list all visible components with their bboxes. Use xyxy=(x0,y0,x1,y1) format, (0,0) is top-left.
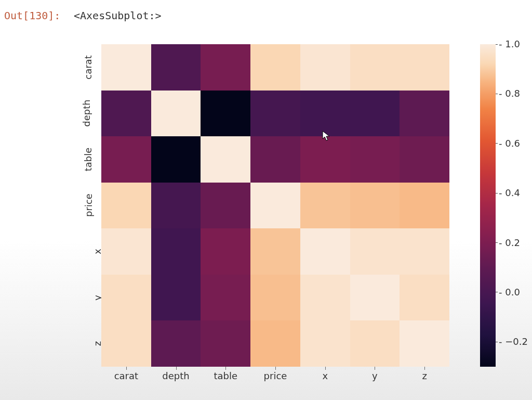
x-axis-label: depth xyxy=(151,370,201,391)
heatmap-cell xyxy=(400,183,449,229)
heatmap-cell xyxy=(400,136,449,183)
heatmap-cell xyxy=(350,183,400,229)
colorbar-tick: - 0.0 xyxy=(499,287,520,298)
heatmap-cell xyxy=(201,275,250,321)
heatmap-cell xyxy=(201,91,250,137)
y-axis-label: carat xyxy=(73,44,103,91)
y-axis-labels: caratdepthtablepricexyz xyxy=(73,44,99,367)
heatmap-cell xyxy=(400,91,449,137)
colorbar-tick: - 0.4 xyxy=(499,187,520,198)
heatmap-cell xyxy=(101,183,151,229)
colorbar-tick: - 0.8 xyxy=(499,88,520,99)
y-axis-label: table xyxy=(73,136,103,183)
heatmap-cell xyxy=(250,136,300,183)
output-prompt: Out[130]: xyxy=(4,9,60,22)
heatmap-cell xyxy=(300,44,350,91)
x-axis-label: price xyxy=(250,370,300,391)
heatmap-cell xyxy=(151,44,201,91)
heatmap-cell xyxy=(400,44,449,91)
colorbar xyxy=(480,44,496,367)
heatmap-cell xyxy=(350,320,400,367)
heatmap-cell xyxy=(300,275,350,321)
x-axis-label: carat xyxy=(101,370,151,391)
heatmap-cell xyxy=(300,183,350,229)
heatmap-cell xyxy=(350,275,400,321)
heatmap-cell xyxy=(151,183,201,229)
heatmap-cell xyxy=(300,228,350,275)
y-axis-label: x xyxy=(73,228,103,275)
heatmap-cell xyxy=(101,275,151,321)
heatmap-cell xyxy=(300,320,350,367)
heatmap-cell xyxy=(250,275,300,321)
output-repr: <AxesSubplot:> xyxy=(74,9,162,22)
heatmap-cell xyxy=(350,136,400,183)
heatmap-cell xyxy=(400,275,449,321)
heatmap-cell xyxy=(350,44,400,91)
heatmap-cell xyxy=(201,183,250,229)
heatmap-cell xyxy=(250,228,300,275)
x-axis-label: y xyxy=(350,370,400,391)
x-axis-label: z xyxy=(400,370,449,391)
heatmap-cell xyxy=(201,136,250,183)
heatmap-cell xyxy=(400,320,449,367)
heatmap-cell xyxy=(101,320,151,367)
heatmap-cell xyxy=(201,44,250,91)
colorbar-ticks: - 1.0- 0.8- 0.6- 0.4- 0.2- 0.0- −0.2 xyxy=(499,44,530,367)
heatmap-cell xyxy=(300,91,350,137)
colorbar-tick: - 1.0 xyxy=(499,38,520,49)
y-axis-label: depth xyxy=(73,91,103,137)
y-axis-label: price xyxy=(73,183,103,229)
heatmap-plot xyxy=(101,44,449,367)
heatmap-cell xyxy=(101,44,151,91)
heatmap-cell xyxy=(201,228,250,275)
heatmap-cell xyxy=(350,228,400,275)
colorbar-tick: - 0.2 xyxy=(499,237,520,248)
colorbar-tick: - −0.2 xyxy=(499,336,528,347)
heatmap-cell xyxy=(101,91,151,137)
heatmap-cell xyxy=(400,228,449,275)
y-axis-label: z xyxy=(73,320,103,367)
heatmap-cell xyxy=(151,91,201,137)
heatmap-cell xyxy=(151,228,201,275)
heatmap-cell xyxy=(250,183,300,229)
heatmap-cell xyxy=(250,44,300,91)
heatmap-cell xyxy=(151,136,201,183)
colorbar-tick: - 0.6 xyxy=(499,138,520,149)
heatmap-cell xyxy=(151,275,201,321)
x-axis-labels: caratdepthtablepricexyz xyxy=(101,370,449,391)
heatmap-cell xyxy=(250,91,300,137)
heatmap-cell xyxy=(101,136,151,183)
x-axis-label: table xyxy=(201,370,250,391)
heatmap-cell xyxy=(350,91,400,137)
heatmap-cell xyxy=(151,320,201,367)
heatmap-cell xyxy=(201,320,250,367)
y-axis-label: y xyxy=(73,275,103,321)
heatmap-cell xyxy=(300,136,350,183)
x-axis-label: x xyxy=(300,370,350,391)
heatmap-cell xyxy=(101,228,151,275)
heatmap-cell xyxy=(250,320,300,367)
heatmap-grid xyxy=(101,44,449,367)
